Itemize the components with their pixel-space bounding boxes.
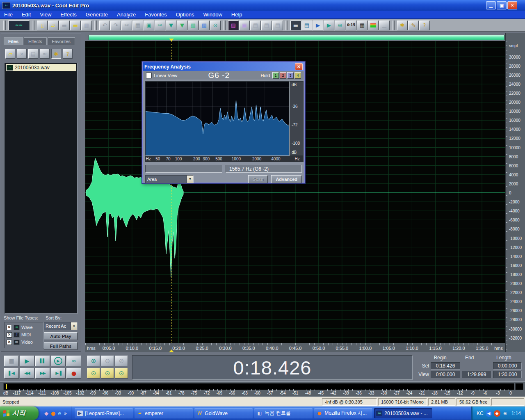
task-emperer[interactable]: ▰ emperer <box>135 408 193 418</box>
spectral-view-button[interactable]: ▨ <box>228 21 239 30</box>
zoom-in-button[interactable]: ⊕ <box>87 356 100 366</box>
insert-multitrack-button[interactable]: ▧ <box>199 21 210 30</box>
open-file-button[interactable]: ▱ <box>5 49 15 59</box>
save-as-button[interactable]: ▬ <box>70 21 81 30</box>
rewind-button[interactable]: ◀◀ <box>20 368 34 379</box>
search-window-button[interactable]: ▤ <box>301 21 312 30</box>
copy-button[interactable]: ▣ <box>144 21 154 30</box>
hold-4-button[interactable]: 4 <box>294 72 301 79</box>
stop-button[interactable]: ■ <box>4 356 19 366</box>
selview-toggle-button[interactable]: ▦ <box>357 21 368 30</box>
shortcut-window-button[interactable]: ▶ <box>313 21 323 30</box>
zoom-out-button[interactable]: ⊖ <box>101 356 114 366</box>
filetype-checkbox[interactable]: ✕ <box>7 332 12 338</box>
task-leopard-raws[interactable]: ▶ [Leopard-Raws]... <box>75 408 133 418</box>
spectrum-plot[interactable] <box>145 81 290 156</box>
titlebar[interactable]: ≈ 20100503a.wav - Cool Edit Pro ▁ ▣ ✕ <box>0 0 525 11</box>
close-button[interactable]: ✕ <box>507 1 517 9</box>
selview-begin-field[interactable]: 0:00.000 <box>431 371 460 378</box>
task-volume-control[interactable]: ◧ 녹음 컨트롤 <box>254 408 313 418</box>
dialog-close-button[interactable]: ✕ <box>295 63 303 70</box>
selview-end-field[interactable] <box>462 362 491 370</box>
quicklaunch-expand-icon[interactable]: » <box>64 411 67 416</box>
tab-effects[interactable]: Effects <box>24 37 46 45</box>
task-cool-edit[interactable]: ≈ 20100503a.wav - ... <box>374 408 432 418</box>
filetype-checkbox[interactable]: ✕ <box>7 340 12 345</box>
help-button[interactable]: ? <box>419 21 430 30</box>
selview-length-field[interactable]: 1:30.000 <box>493 371 522 378</box>
sort-by-dropdown[interactable]: Recent Ac ▼ <box>44 322 78 330</box>
tray-volume-icon[interactable]: ◉ <box>502 410 509 417</box>
pause-button[interactable]: ▌▌ <box>35 356 50 366</box>
cut-button[interactable]: ✂ <box>155 21 165 30</box>
mix-paste-button[interactable]: ▼ <box>177 21 187 30</box>
maximize-button[interactable]: ▣ <box>497 1 507 9</box>
time-window-toggle-button[interactable]: 0:15 <box>346 21 356 30</box>
toolbar-grip[interactable] <box>94 21 97 30</box>
toolbar-grip[interactable] <box>32 21 34 30</box>
trim-button[interactable]: ✂ <box>121 21 132 30</box>
dialog-titlebar[interactable]: Frequency Analysis ✕ <box>143 62 304 71</box>
menu-item[interactable]: Favorites <box>145 11 167 18</box>
go-to-start-button[interactable]: ▌◀ <box>4 368 19 379</box>
zoom-sel-right-button[interactable]: ⊙ <box>115 368 128 379</box>
hold-2-button[interactable]: 2 <box>280 72 286 79</box>
menu-item[interactable]: Generate <box>86 11 108 18</box>
minimize-button[interactable]: ▁ <box>486 1 496 9</box>
menu-item[interactable]: Effects <box>60 11 77 18</box>
chevron-down-icon[interactable]: ▼ <box>71 322 77 330</box>
zoom-sel-left-button[interactable]: ⊙ <box>101 368 114 379</box>
panel-help-button[interactable]: ? <box>63 49 73 59</box>
file-item-20100503a[interactable]: ≈ 20100503a.wav <box>6 64 76 71</box>
settings-checkbox-button[interactable]: ▣ <box>239 21 250 30</box>
record-button[interactable]: ● <box>66 368 81 379</box>
level-meter-toggle-button[interactable] <box>368 21 379 30</box>
waveform-multitrack-toggle-button[interactable]: ≈≈ <box>8 21 30 30</box>
frequency-scan-button[interactable]: ⊙ <box>210 21 221 30</box>
selview-end-field[interactable]: 1:29.999 <box>462 371 491 378</box>
play-list-button[interactable]: ▤ <box>261 21 272 30</box>
task-goldwave[interactable]: W GoldWave <box>194 408 253 418</box>
quicklaunch-app-icon[interactable]: ◆ <box>44 411 48 416</box>
selection-frame-button[interactable]: ▦ <box>132 21 143 30</box>
analysis-mode-dropdown[interactable]: Area ▼ <box>145 175 194 183</box>
insert-multitrack-button[interactable]: ▤ <box>28 49 38 59</box>
zoom-to-selection-button[interactable]: ⊙ <box>87 368 100 379</box>
save-copy-button[interactable]: ▥ <box>81 21 92 30</box>
task-firefox[interactable]: ● Mozilla Firefox 시... <box>314 408 372 418</box>
close-file-button[interactable]: × <box>17 49 27 59</box>
timeline-ruler[interactable]: hms 0:05.00:10.00:15.00:20.00:25.00:30.0… <box>85 343 505 352</box>
auto-play-button[interactable]: Auto-Play <box>44 332 78 340</box>
view-range-bar[interactable] <box>89 35 504 40</box>
play-button[interactable]: ▶ <box>20 356 34 366</box>
zoom-toggle-button[interactable]: ⊕ <box>335 21 345 30</box>
playhead-bottom-marker[interactable] <box>169 349 174 352</box>
cue-list-button[interactable]: ▤ <box>250 21 261 30</box>
loop-button[interactable]: ∞ <box>66 356 81 366</box>
selview-begin-field[interactable]: 0:18.426 <box>431 362 460 370</box>
tray-language-icon[interactable]: ◀ <box>486 410 492 417</box>
start-button[interactable]: 시작 <box>0 406 39 420</box>
statusbar-toggle-button[interactable]: ▁ <box>379 21 390 30</box>
hold-3-button[interactable]: 3 <box>287 72 294 79</box>
quicklaunch-ie-icon[interactable]: e <box>58 411 61 416</box>
amplitude-ruler[interactable]: smpl 30000280002600024000220002000018000… <box>505 33 525 352</box>
linear-view-checkbox[interactable] <box>146 73 152 78</box>
scan-button[interactable]: Scan <box>248 175 268 183</box>
tray-antivirus-icon[interactable]: ◆ <box>494 410 500 417</box>
new-file-button[interactable]: ▯ <box>37 21 48 30</box>
undo-button[interactable]: ↶ <box>99 21 110 30</box>
menu-item[interactable]: View <box>40 11 51 18</box>
zoom-full-button[interactable]: ⊘ <box>115 356 128 366</box>
taskbar-clock[interactable]: 1:14 <box>511 411 521 416</box>
play-looped-button[interactable]: ▶ <box>51 356 66 366</box>
full-paths-button[interactable]: Full Paths <box>44 342 78 350</box>
settings-gears-button[interactable]: ✱ <box>397 21 408 30</box>
transport-toggle-button[interactable]: ▶ <box>324 21 334 30</box>
tab-favorites[interactable]: Favorites <box>48 37 75 45</box>
quicklaunch-opera-icon[interactable]: ● <box>51 411 55 416</box>
menu-item[interactable]: File <box>4 11 13 18</box>
fast-forward-button[interactable]: ▶▶ <box>35 368 50 379</box>
open-file-button[interactable]: ▱ <box>48 21 59 30</box>
advanced-button[interactable]: Advanced <box>271 175 302 183</box>
